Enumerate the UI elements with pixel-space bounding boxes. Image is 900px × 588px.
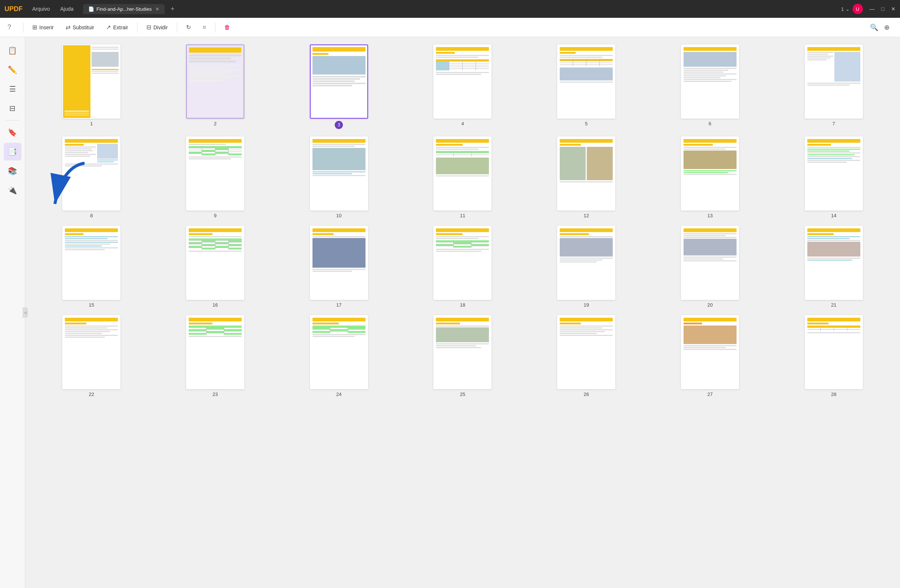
page-item-7[interactable]: 7 [775, 45, 892, 129]
page-thumb-4[interactable] [433, 45, 492, 119]
page-item-1[interactable]: 1 [33, 45, 151, 129]
page-thumb-7[interactable] [805, 45, 863, 119]
page-item-8[interactable]: 8 [33, 137, 151, 218]
sidebar-item-edit[interactable]: ✏️ [4, 61, 22, 79]
tab-close-button[interactable]: ✕ [155, 6, 159, 12]
page-thumb-19[interactable] [557, 226, 615, 300]
page-number-25: 25 [460, 391, 465, 397]
page-item-2[interactable]: 2 [157, 45, 274, 129]
page-item-25[interactable]: 25 [403, 315, 521, 397]
menu-ajuda[interactable]: Ajuda [56, 5, 77, 13]
page-thumb-23[interactable] [186, 315, 244, 389]
page-item-13[interactable]: 13 [651, 137, 769, 218]
page-number-3: 3 [335, 121, 343, 129]
page-item-5[interactable]: 5 [528, 45, 646, 129]
page-number-12: 12 [583, 213, 589, 218]
page-item-27[interactable]: 27 [651, 315, 769, 397]
rotate-button[interactable]: ↻ [180, 22, 197, 33]
active-tab[interactable]: 📄 Find-and-Ap...her-Studies ✕ [83, 4, 164, 14]
page-item-15[interactable]: 15 [33, 226, 151, 308]
page-thumb-28[interactable] [805, 315, 863, 389]
page-number-23: 23 [213, 391, 217, 397]
page-item-26[interactable]: 26 [528, 315, 646, 397]
sidebar-item-bookmark[interactable]: 🔖 [4, 123, 22, 141]
close-button[interactable]: ✕ [891, 6, 895, 12]
zoom-out-button[interactable]: 🔍 [867, 22, 881, 33]
user-avatar[interactable]: U [853, 4, 863, 14]
page-thumb-17[interactable] [310, 226, 368, 300]
page-item-24[interactable]: 24 [280, 315, 398, 397]
page-thumb-16[interactable] [186, 226, 244, 300]
page-number-18: 18 [460, 302, 465, 308]
page-nav[interactable]: 1 ⌄ [841, 6, 849, 12]
split-icon: ⊟ [146, 24, 151, 31]
sidebar-item-compare[interactable]: ⊟ [4, 99, 22, 117]
page-item-28[interactable]: 28 [775, 315, 892, 397]
page-thumb-14[interactable] [805, 137, 863, 211]
compare-icon: ⊟ [9, 104, 16, 113]
replace-button[interactable]: ⇄ Substituir [60, 22, 100, 33]
page-item-14[interactable]: 14 [775, 137, 892, 218]
zoom-in-button[interactable]: ⊕ [881, 22, 892, 33]
page-thumb-2[interactable] [186, 45, 244, 119]
sidebar-collapse-button[interactable]: ◁ [23, 307, 28, 318]
menu-arquivo[interactable]: Arquivo [28, 5, 53, 13]
library-icon: 📚 [8, 166, 17, 175]
page-thumb-11[interactable] [433, 137, 492, 211]
page-thumb-6[interactable] [681, 45, 739, 119]
page-item-17[interactable]: 17 [280, 226, 398, 308]
split-button[interactable]: ⊟ Dividir [141, 22, 174, 33]
page-item-16[interactable]: 16 [157, 226, 274, 308]
page-thumb-13[interactable] [681, 137, 739, 211]
page-thumb-26[interactable] [557, 315, 615, 389]
sidebar-item-plugin[interactable]: 🔌 [4, 181, 22, 199]
page-item-23[interactable]: 23 [157, 315, 274, 397]
page-item-4[interactable]: 4 [403, 45, 521, 129]
page-item-9[interactable]: 9 [157, 137, 274, 218]
page-item-19[interactable]: 19 [528, 226, 646, 308]
help-button[interactable]: ? [8, 23, 11, 31]
page-thumb-15[interactable] [62, 226, 121, 300]
page-thumb-22[interactable] [62, 315, 121, 389]
extract-button[interactable]: ↗ Extrair [100, 22, 134, 33]
sidebar-item-library[interactable]: 📚 [4, 162, 22, 180]
page-thumb-25[interactable] [433, 315, 492, 389]
sidebar-item-list[interactable]: ☰ [4, 80, 22, 98]
page-number-24: 24 [336, 391, 341, 397]
crop-button[interactable]: ⌗ [197, 22, 212, 33]
page-thumb-27[interactable] [681, 315, 739, 389]
insert-button[interactable]: ⊞ Inserir [26, 22, 60, 33]
page-thumb-18[interactable] [433, 226, 492, 300]
minimize-button[interactable]: — [870, 6, 875, 12]
sidebar-item-organize[interactable]: 📋 [4, 42, 22, 59]
page-item-11[interactable]: 11 [403, 137, 521, 218]
page-item-20[interactable]: 20 [651, 226, 769, 308]
pages-panel[interactable]: 1 [25, 37, 900, 588]
page-item-10[interactable]: 10 [280, 137, 398, 218]
maximize-button[interactable]: □ [881, 6, 884, 12]
toolbar-divider-4 [215, 22, 216, 33]
page-item-18[interactable]: 18 [403, 226, 521, 308]
page-thumb-3[interactable] [310, 45, 368, 119]
page-thumb-8[interactable] [62, 137, 121, 211]
new-tab-button[interactable]: + [171, 5, 175, 13]
page-thumb-5[interactable] [557, 45, 615, 119]
page-thumb-1[interactable] [62, 45, 121, 119]
page-item-3[interactable]: 3 [280, 45, 398, 129]
page-nav-chevron[interactable]: ⌄ [846, 6, 850, 12]
page-item-6[interactable]: 6 [651, 45, 769, 129]
insert-label: Inserir [39, 25, 54, 30]
page-thumb-24[interactable] [310, 315, 368, 389]
page-thumb-20[interactable] [681, 226, 739, 300]
page-thumb-10[interactable] [310, 137, 368, 211]
page-thumb-12[interactable] [557, 137, 615, 211]
sidebar-item-pages[interactable]: 📑 [4, 143, 22, 161]
page-number-22: 22 [89, 391, 94, 397]
page-thumb-9[interactable] [186, 137, 244, 211]
page-item-22[interactable]: 22 [33, 315, 151, 397]
page-thumb-21[interactable] [805, 226, 863, 300]
app-logo: UPDF [5, 5, 23, 13]
delete-button[interactable]: 🗑 [218, 22, 236, 33]
page-item-21[interactable]: 21 [775, 226, 892, 308]
page-item-12[interactable]: 12 [528, 137, 646, 218]
